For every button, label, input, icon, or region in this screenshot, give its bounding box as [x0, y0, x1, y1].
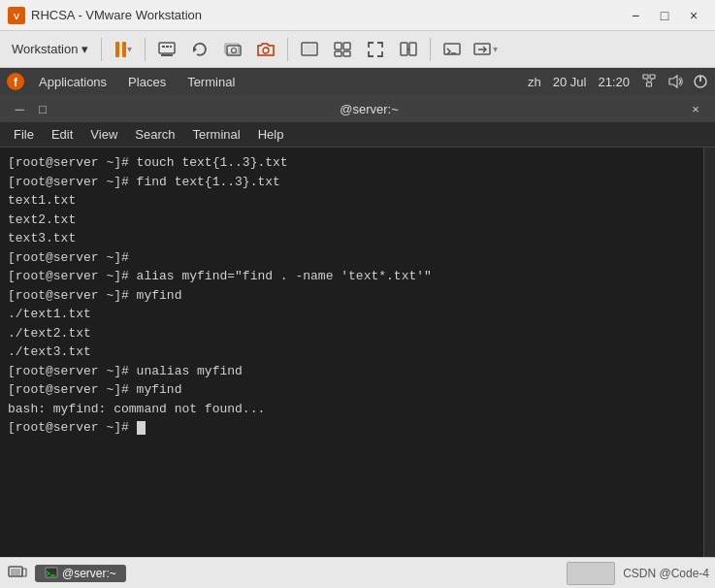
svg-point-10	[232, 48, 237, 52]
status-right: CSDN @Code-4	[567, 562, 709, 585]
terminal-line: [root@server ~]# touch text{1..3}.txt	[8, 153, 696, 173]
minimize-button[interactable]: −	[622, 5, 649, 26]
terminal-line: text3.txt	[8, 229, 696, 248]
svg-rect-14	[335, 43, 341, 49]
terminal-scrollbar[interactable]	[703, 147, 715, 557]
applications-menu[interactable]: Applications	[29, 72, 116, 92]
extend-button[interactable]: ▾	[471, 36, 500, 63]
console-icon	[442, 40, 462, 59]
terminal-menubar: File Edit View Search Terminal Help	[0, 122, 715, 147]
switch-icon	[399, 40, 418, 59]
camera-icon	[256, 40, 276, 59]
svg-rect-13	[304, 45, 315, 53]
window-controls: − □ ×	[622, 5, 707, 26]
places-menu[interactable]: Places	[118, 72, 176, 92]
toolbar-separator-4	[430, 38, 431, 61]
terminal-menu-top[interactable]: Terminal	[178, 72, 244, 92]
workstation-menu[interactable]: Workstation ▾	[6, 39, 94, 59]
terminal-body: [root@server ~]# touch text{1..3}.txt[ro…	[0, 147, 715, 557]
terminal-search-menu[interactable]: Search	[127, 125, 182, 144]
snapshot-button[interactable]	[218, 36, 247, 63]
vm-status-icon	[6, 562, 29, 585]
revert-button[interactable]	[185, 36, 214, 63]
console-button[interactable]	[438, 36, 467, 63]
svg-rect-18	[401, 43, 407, 55]
close-button[interactable]: ×	[680, 5, 707, 26]
toolbar-separator-2	[145, 38, 146, 61]
terminal-titlebar: ─ □ @server:~ ×	[0, 95, 715, 122]
terminal-minimize-button[interactable]: ─	[8, 99, 31, 118]
terminal-line: ./text2.txt	[8, 324, 696, 343]
vm-label-text: @server:~	[62, 567, 116, 580]
app-menubar: f Applications Places Terminal zh 20 Jul…	[0, 68, 715, 95]
time-display: 21:20	[598, 75, 630, 89]
svg-point-11	[263, 48, 269, 53]
svg-rect-25	[643, 75, 648, 79]
terminal-view-menu[interactable]: View	[82, 125, 125, 144]
terminal-content[interactable]: [root@server ~]# touch text{1..3}.txt[ro…	[0, 147, 703, 557]
menubar-right: zh 20 Jul 21:20	[528, 73, 709, 90]
terminal-line: ./text3.txt	[8, 343, 696, 362]
maximize-button[interactable]: □	[651, 5, 678, 26]
fedora-icon: f	[6, 72, 25, 91]
svg-rect-34	[11, 569, 20, 575]
network-icon	[641, 73, 659, 90]
terminal-line: [root@server ~]# myfind	[8, 380, 696, 400]
terminal-line: [root@server ~]# myfind	[8, 286, 696, 306]
dropdown-arrow-icon: ▾	[81, 42, 88, 56]
terminal-line: ./text1.txt	[8, 305, 696, 324]
toolbar-separator-1	[101, 38, 102, 61]
terminal-terminal-menu[interactable]: Terminal	[185, 125, 248, 144]
pause-button[interactable]: ▾	[109, 36, 138, 63]
watermark-text: CSDN @Code-4	[623, 567, 709, 580]
terminal-line: [root@server ~]# unalias myfind	[8, 362, 696, 381]
terminal-help-menu[interactable]: Help	[250, 125, 292, 144]
fullscreen-icon	[366, 40, 385, 59]
monitor-keyboard-icon	[157, 40, 177, 59]
snapshot-icon	[223, 40, 243, 59]
normal-view-button[interactable]	[295, 36, 324, 63]
terminal-line: [root@server ~]#	[8, 248, 696, 268]
terminal-line: text1.txt	[8, 191, 696, 211]
screenshot-button[interactable]	[251, 36, 280, 63]
terminal-line: [root@server ~]#	[8, 418, 696, 438]
main-area: ─ □ @server:~ × File Edit View Search Te…	[0, 95, 715, 557]
svg-rect-5	[166, 46, 169, 48]
svg-rect-16	[335, 51, 341, 56]
unity-icon	[333, 40, 352, 59]
svg-rect-15	[343, 43, 350, 49]
toolbar: Workstation ▾ ▾	[0, 31, 715, 68]
terminal-line: [root@server ~]# alias myfind="find . -n…	[8, 267, 696, 286]
terminal-close-button[interactable]: ×	[684, 99, 707, 118]
svg-rect-4	[162, 46, 165, 48]
workstation-label: Workstation	[12, 42, 78, 56]
svg-rect-6	[170, 46, 172, 48]
pause-dropdown-icon: ▾	[127, 44, 132, 54]
power-icon	[692, 73, 709, 90]
terminal-line: bash: myfind: command not found...	[8, 400, 696, 419]
title-bar: V RHCSA - VMware Workstation − □ ×	[0, 0, 715, 31]
svg-rect-26	[650, 75, 655, 79]
lang-indicator: zh	[528, 75, 541, 89]
quickswitch-button[interactable]	[394, 36, 423, 63]
vm-thumbnail	[567, 562, 615, 585]
vm-tab-label[interactable]: @server:~	[35, 565, 126, 582]
svg-text:V: V	[14, 10, 20, 20]
fullscreen-button[interactable]	[361, 36, 390, 63]
svg-rect-3	[161, 54, 173, 56]
svg-rect-27	[647, 82, 652, 86]
terminal-edit-menu[interactable]: Edit	[44, 125, 81, 144]
svg-rect-2	[159, 43, 175, 53]
vmware-icon: V	[8, 7, 25, 24]
extend-dropdown-icon: ▾	[493, 44, 498, 54]
terminal-maximize-button[interactable]: □	[31, 99, 54, 118]
svg-rect-35	[22, 569, 26, 576]
terminal-file-menu[interactable]: File	[6, 125, 42, 144]
normal-view-icon	[300, 40, 319, 59]
toolbar-separator-3	[287, 38, 288, 61]
unity-view-button[interactable]	[328, 36, 357, 63]
status-icons	[641, 73, 709, 90]
terminal-cursor	[137, 421, 146, 435]
send-ctrlaltdel-button[interactable]	[152, 36, 181, 63]
status-bar: @server:~ CSDN @Code-4	[0, 557, 715, 588]
